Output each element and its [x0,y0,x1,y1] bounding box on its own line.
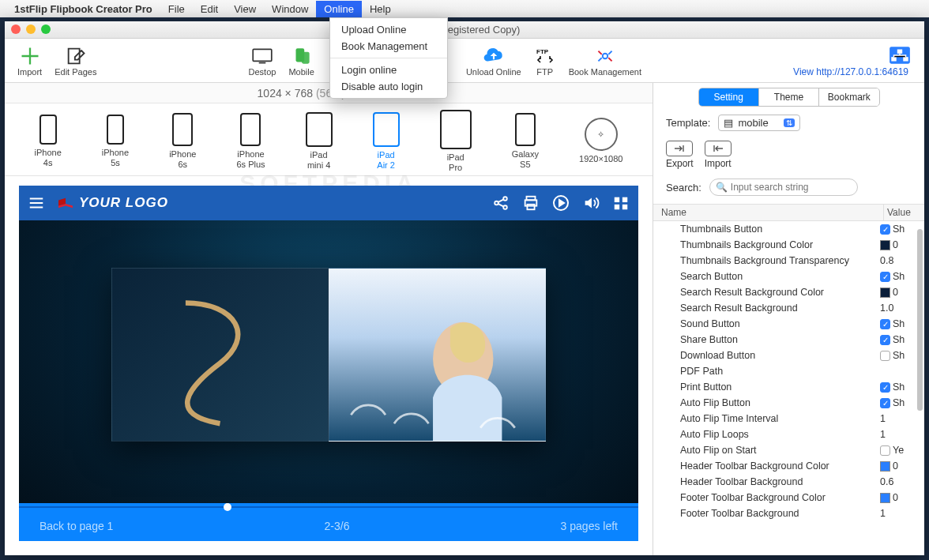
device-ipad-pro[interactable]: iPadPro [440,110,472,171]
property-row[interactable]: Auto Flip Time Interval1 [653,411,924,427]
page-indicator: 2-3/6 [325,520,350,532]
thumbnails-icon[interactable] [611,194,630,212]
property-row[interactable]: Sound Button✓Sh [653,316,924,332]
os-menubar: 1stFlip Flipbook Creator Pro FileEditVie… [0,0,929,17]
menu-disable-auto-login[interactable]: Disable auto login [330,78,447,95]
property-row[interactable]: Thumbnails Background Color0 [653,237,924,253]
tab-bookmark[interactable]: Bookmark [818,88,878,106]
panel-tabs: Setting Theme Bookmark [698,88,880,107]
checkbox-icon[interactable] [880,445,890,456]
hamburger-icon[interactable] [27,194,46,212]
device-iphone-6s-plus[interactable]: iPhone6s Plus [236,113,265,168]
online-menu-dropdown: Upload Online Book Management Login onli… [329,17,448,99]
tab-setting[interactable]: Setting [699,88,758,106]
page-slider[interactable] [19,503,638,511]
svg-rect-2 [302,51,310,63]
checkbox-icon[interactable]: ✓ [880,272,890,282]
book-management-button[interactable]: Book Management [562,45,648,77]
checkbox-icon[interactable] [880,351,890,361]
property-row[interactable]: Header Toolbar Background0.6 [653,474,924,490]
view-url-link[interactable]: View http://127.0.0.1:64619 [793,66,912,77]
window-close-button[interactable] [11,24,21,34]
menu-window[interactable]: Window [264,1,316,17]
property-row[interactable]: Share Button✓Sh [653,332,924,348]
device-iphone-6s[interactable]: iPhone6s [169,113,196,168]
menu-upload-online[interactable]: Upload Online [330,21,447,38]
property-row[interactable]: Download ButtonSh [653,348,924,363]
print-icon[interactable] [521,194,540,212]
flipbook-preview: YOUR LOGO [19,186,638,541]
checkbox-icon[interactable]: ✓ [880,319,890,329]
color-swatch[interactable] [880,288,890,298]
ftp-button[interactable]: FTP FTP [528,45,562,77]
mobile-mode-button[interactable]: Mobile [282,45,320,77]
edit-pages-button[interactable]: Edit Pages [48,45,103,77]
preview-pane: SOFTPEDIA 1024 × 768 (56%) DPR: 2 iPhone… [5,83,653,555]
device-iphone-4s[interactable]: iPhone4s [35,115,62,167]
tab-theme[interactable]: Theme [758,88,818,106]
checkbox-icon[interactable]: ✓ [880,382,890,393]
pages-left: 3 pages left [561,520,618,532]
template-icon: ▤ [724,117,733,129]
property-row[interactable]: Auto Flip Loops1 [653,427,924,442]
menu-online[interactable]: Online [316,1,362,17]
device-1920×1080[interactable]: ✧1920×1080 [579,118,622,163]
property-row[interactable]: Search Button✓Sh [653,269,924,284]
color-swatch[interactable] [880,240,890,250]
sitemap-button[interactable]: View http://127.0.0.1:64619 [787,44,918,77]
play-icon[interactable] [551,194,570,212]
device-ipad-air-2[interactable]: iPadAir 2 [373,112,400,169]
checkbox-icon[interactable]: ✓ [880,398,890,408]
menu-file[interactable]: File [160,1,193,17]
chevron-updown-icon: ⇅ [784,118,795,127]
device-picker: iPhone4siPhone5siPhone6siPhone6s PlusiPa… [5,103,653,176]
unload-online-button[interactable]: Unload Online [460,45,528,77]
resolution-bar: 1024 × 768 (56%) DPR: 2 [5,83,653,103]
property-row[interactable]: PDF Path [653,363,924,379]
scrollbar[interactable] [917,229,923,411]
svg-rect-6 [897,49,902,53]
book-spread[interactable] [111,268,546,442]
properties-list[interactable]: Thumbnails Button✓ShThumbnails Backgroun… [653,221,924,555]
menu-login-online[interactable]: Login online [330,62,447,78]
device-galaxy-s5[interactable]: GalaxyS5 [512,113,539,168]
property-row[interactable]: Auto Flip on StartYe [653,442,924,458]
share-icon[interactable] [491,194,510,212]
import-button[interactable]: Import [11,45,48,77]
book-page-right [329,268,546,442]
svg-rect-16 [615,197,619,202]
import-settings-button[interactable]: Import [705,141,732,169]
property-row[interactable]: Thumbnails Background Transparency0.8 [653,253,924,269]
settings-panel: Setting Theme Bookmark Template: ▤ mobil… [653,83,924,555]
property-row[interactable]: Footer Toolbar Background Color0 [653,490,924,506]
checkbox-icon[interactable]: ✓ [880,224,890,235]
search-icon: 🔍 [716,182,728,193]
property-row[interactable]: Header Toolbar Background Color0 [653,458,924,474]
search-input[interactable] [709,179,858,196]
svg-rect-0 [253,49,272,61]
export-button[interactable]: Export [666,141,694,169]
back-to-page[interactable]: Back to page 1 [39,520,113,532]
menu-edit[interactable]: Edit [193,1,226,17]
color-swatch[interactable] [880,461,890,472]
checkbox-icon[interactable]: ✓ [880,335,890,345]
device-iphone-5s[interactable]: iPhone5s [102,115,129,167]
property-row[interactable]: Footer Toolbar Background1 [653,506,924,521]
property-row[interactable]: Search Result Background Color0 [653,284,924,300]
property-row[interactable]: Print Button✓Sh [653,379,924,395]
device-ipad-mini-4[interactable]: iPadmini 4 [306,112,333,169]
property-row[interactable]: Search Result Background1.0 [653,300,924,316]
sound-icon[interactable] [581,194,600,212]
color-swatch[interactable] [880,493,890,503]
property-row[interactable]: Thumbnails Button✓Sh [653,221,924,237]
window-maximize-button[interactable] [41,24,51,34]
window-minimize-button[interactable] [26,24,36,34]
menu-help[interactable]: Help [362,1,399,17]
menu-book-management[interactable]: Book Management [330,38,447,54]
menu-view[interactable]: View [226,1,264,17]
template-select[interactable]: ▤ mobile ⇅ [718,115,800,131]
book-page-left [111,268,329,442]
app-window: Pro (Unregistered Copy) Import Edit Page… [5,21,924,555]
property-row[interactable]: Auto Flip Button✓Sh [653,395,924,411]
desktop-mode-button[interactable]: Destop [243,45,283,77]
